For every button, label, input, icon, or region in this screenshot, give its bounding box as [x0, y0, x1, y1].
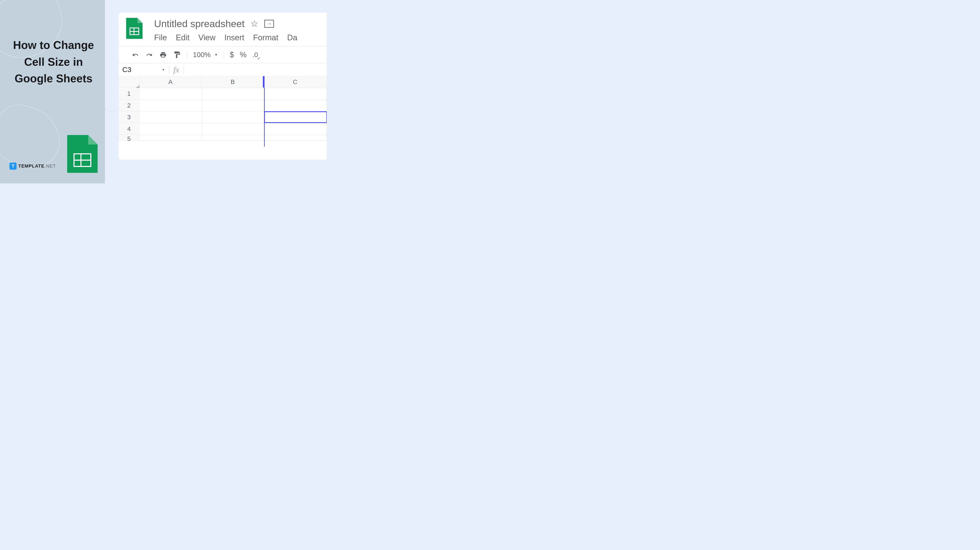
brand-logo: T TEMPLATE.NET: [10, 163, 56, 170]
cell-c4[interactable]: [264, 123, 327, 135]
star-icon[interactable]: ☆: [250, 19, 258, 29]
column-header-a[interactable]: A: [139, 76, 202, 88]
fx-label: fx: [173, 65, 179, 74]
print-icon[interactable]: [159, 51, 167, 58]
resize-guide-line: [264, 88, 265, 147]
menu-edit[interactable]: Edit: [176, 33, 189, 42]
zoom-control[interactable]: 100% ▼: [193, 51, 218, 59]
menu-format[interactable]: Format: [253, 33, 278, 42]
cell-c1[interactable]: [264, 88, 327, 100]
cell-b4[interactable]: [202, 123, 264, 135]
cell-a5[interactable]: [139, 135, 202, 141]
app-window: Untitled spreadsheet ☆ File Edit View In…: [119, 13, 327, 159]
name-fx-row: C3 ▼ fx: [119, 63, 327, 76]
divider: [169, 65, 169, 74]
grid-row: 3: [119, 111, 327, 123]
cell-a1[interactable]: [139, 88, 202, 100]
brand-suffix: .NET: [45, 163, 56, 169]
menu-insert[interactable]: Insert: [224, 33, 244, 42]
undo-icon[interactable]: [131, 52, 139, 58]
percent-button[interactable]: %: [240, 50, 247, 59]
sheets-icon-large: [67, 135, 98, 173]
cell-c3[interactable]: [264, 111, 327, 123]
data-rows: 1 2 3 4: [119, 88, 327, 141]
cell-c5[interactable]: [264, 135, 327, 141]
column-headers: A B C: [119, 76, 327, 88]
toolbar: 100% ▼ $ % .0 ↙: [119, 46, 327, 63]
row-header-2[interactable]: 2: [119, 100, 139, 111]
cell-b1[interactable]: [202, 88, 264, 100]
select-all-corner[interactable]: [119, 76, 139, 88]
brand-text: TEMPLATE.NET: [18, 163, 56, 169]
cell-a4[interactable]: [139, 123, 202, 135]
left-panel: How to Change Cell Size in Google Sheets…: [0, 0, 105, 183]
row-header-5[interactable]: 5: [119, 135, 139, 141]
cell-c2[interactable]: [264, 100, 327, 111]
cell-b5[interactable]: [202, 135, 264, 141]
cell-b3[interactable]: [202, 111, 264, 123]
spreadsheet-grid: A B C 1 2 3: [119, 76, 327, 141]
title-row: Untitled spreadsheet ☆: [154, 18, 327, 29]
column-resize-handle[interactable]: [263, 76, 264, 88]
grid-row: 4: [119, 123, 327, 135]
menu-bar: File Edit View Insert Format Da: [154, 33, 327, 42]
app-header: Untitled spreadsheet ☆ File Edit View In…: [119, 13, 327, 42]
brand-name: TEMPLATE: [18, 163, 45, 169]
menu-file[interactable]: File: [154, 33, 167, 42]
column-header-c[interactable]: C: [264, 76, 327, 88]
cell-a2[interactable]: [139, 100, 202, 111]
decrease-decimal-button[interactable]: .0 ↙: [252, 51, 258, 59]
currency-button[interactable]: $: [230, 50, 234, 59]
move-icon[interactable]: [264, 20, 274, 28]
sheets-app-icon[interactable]: [126, 18, 143, 39]
document-title[interactable]: Untitled spreadsheet: [154, 18, 245, 29]
grid-row: 1: [119, 88, 327, 100]
cell-a3[interactable]: [139, 111, 202, 123]
redo-icon[interactable]: [145, 52, 153, 58]
cell-b2[interactable]: [202, 100, 264, 111]
row-header-3[interactable]: 3: [119, 111, 139, 123]
grid-row: 5: [119, 135, 327, 141]
toolbar-divider: [187, 51, 187, 59]
zoom-dropdown-icon: ▼: [214, 53, 218, 57]
menu-data[interactable]: Da: [287, 33, 298, 42]
column-header-b[interactable]: B: [202, 76, 264, 88]
row-header-4[interactable]: 4: [119, 123, 139, 135]
paint-format-icon[interactable]: [173, 51, 181, 59]
name-box-dropdown-icon[interactable]: ▼: [162, 68, 165, 72]
row-header-1[interactable]: 1: [119, 88, 139, 100]
name-box[interactable]: C3: [119, 65, 131, 74]
zoom-value: 100%: [193, 51, 210, 59]
page-title: How to Change Cell Size in Google Sheets: [11, 37, 95, 87]
brand-icon: T: [10, 163, 17, 170]
menu-view[interactable]: View: [198, 33, 216, 42]
grid-row: 2: [119, 100, 327, 111]
